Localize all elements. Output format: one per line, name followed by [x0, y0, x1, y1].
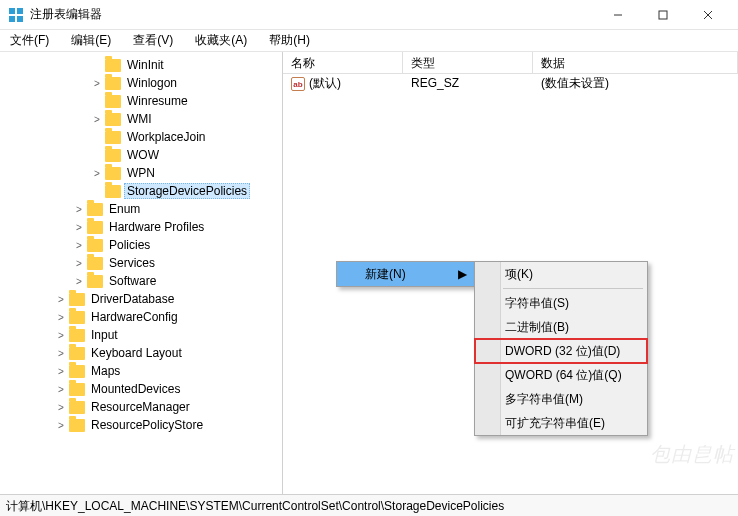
tree-node[interactable]: >Services	[0, 254, 282, 272]
expand-icon[interactable]: >	[74, 240, 84, 251]
folder-icon	[87, 257, 103, 270]
tree-node-label: Maps	[88, 363, 123, 379]
menu-file[interactable]: 文件(F)	[6, 30, 53, 51]
tree-node[interactable]: >MountedDevices	[0, 380, 282, 398]
tree-node[interactable]: >Maps	[0, 362, 282, 380]
submenu-separator	[503, 288, 643, 289]
tree-node[interactable]: >Keyboard Layout	[0, 344, 282, 362]
title-bar: 注册表编辑器	[0, 0, 738, 30]
tree-node[interactable]: >ResourcePolicyStore	[0, 416, 282, 434]
submenu-item-key[interactable]: 项(K)	[475, 262, 647, 286]
maximize-button[interactable]	[640, 1, 685, 29]
submenu-item-expandstring[interactable]: 可扩充字符串值(E)	[475, 411, 647, 435]
tree-node-label: WMI	[124, 111, 155, 127]
tree-node[interactable]: >HardwareConfig	[0, 308, 282, 326]
col-data[interactable]: 数据	[533, 52, 738, 73]
tree-node[interactable]: >Software	[0, 272, 282, 290]
window-title: 注册表编辑器	[30, 6, 595, 23]
expand-icon[interactable]: >	[92, 114, 102, 125]
expand-icon[interactable]: >	[74, 258, 84, 269]
list-row[interactable]: ab(默认)REG_SZ(数值未设置)	[283, 74, 738, 92]
folder-icon	[105, 113, 121, 126]
expand-icon[interactable]: >	[56, 294, 66, 305]
menu-favorites[interactable]: 收藏夹(A)	[191, 30, 251, 51]
expand-icon[interactable]: >	[56, 420, 66, 431]
tree-node[interactable]: >Enum	[0, 200, 282, 218]
menu-edit[interactable]: 编辑(E)	[67, 30, 115, 51]
folder-icon	[69, 419, 85, 432]
tree-node[interactable]: >Policies	[0, 236, 282, 254]
folder-icon	[69, 365, 85, 378]
close-button[interactable]	[685, 1, 730, 29]
tree-node-label: WorkplaceJoin	[124, 129, 208, 145]
tree-node-label: Input	[88, 327, 121, 343]
tree-node[interactable]: >WMI	[0, 110, 282, 128]
tree-node[interactable]: >ResourceManager	[0, 398, 282, 416]
folder-icon	[69, 329, 85, 342]
expand-icon[interactable]: >	[56, 384, 66, 395]
tree-node[interactable]: Winresume	[0, 92, 282, 110]
submenu-item-qword[interactable]: QWORD (64 位)值(Q)	[475, 363, 647, 387]
tree-node-label: ResourcePolicyStore	[88, 417, 206, 433]
expand-icon[interactable]: >	[92, 168, 102, 179]
folder-icon	[69, 401, 85, 414]
expand-icon[interactable]: >	[56, 366, 66, 377]
cell-data: (数值未设置)	[533, 74, 738, 93]
expand-icon[interactable]: >	[74, 204, 84, 215]
tree-node-label: Policies	[106, 237, 153, 253]
tree-node-label: Winresume	[124, 93, 191, 109]
status-bar: 计算机\HKEY_LOCAL_MACHINE\SYSTEM\CurrentCon…	[0, 494, 738, 516]
submenu-item-binary[interactable]: 二进制值(B)	[475, 315, 647, 339]
app-icon	[8, 7, 24, 23]
folder-icon	[105, 95, 121, 108]
tree-node[interactable]: >Hardware Profiles	[0, 218, 282, 236]
cell-type: REG_SZ	[403, 75, 533, 91]
menu-help[interactable]: 帮助(H)	[265, 30, 314, 51]
folder-icon	[87, 203, 103, 216]
tree-node-label: Hardware Profiles	[106, 219, 207, 235]
expand-icon[interactable]: >	[56, 402, 66, 413]
tree-node-label: Enum	[106, 201, 143, 217]
submenu-item-multistring[interactable]: 多字符串值(M)	[475, 387, 647, 411]
tree-node[interactable]: WOW	[0, 146, 282, 164]
svg-rect-2	[9, 16, 15, 22]
expand-icon[interactable]: >	[74, 222, 84, 233]
tree-node[interactable]: >WPN	[0, 164, 282, 182]
expand-icon[interactable]: >	[56, 330, 66, 341]
menu-bar: 文件(F) 编辑(E) 查看(V) 收藏夹(A) 帮助(H)	[0, 30, 738, 52]
expand-icon[interactable]: >	[74, 276, 84, 287]
tree-node-label: MountedDevices	[88, 381, 183, 397]
menu-view[interactable]: 查看(V)	[129, 30, 177, 51]
tree-pane[interactable]: WinInit>WinlogonWinresume>WMIWorkplaceJo…	[0, 52, 283, 494]
tree-node[interactable]: StorageDevicePolicies	[0, 182, 282, 200]
expand-icon[interactable]: >	[56, 348, 66, 359]
cell-name: ab(默认)	[283, 74, 403, 93]
folder-icon	[87, 275, 103, 288]
context-item-new[interactable]: 新建(N) ▶	[337, 262, 475, 286]
tree-node-label: StorageDevicePolicies	[124, 183, 250, 199]
expand-icon[interactable]: >	[92, 78, 102, 89]
folder-icon	[105, 77, 121, 90]
status-path: 计算机\HKEY_LOCAL_MACHINE\SYSTEM\CurrentCon…	[6, 499, 504, 513]
tree-node-label: Winlogon	[124, 75, 180, 91]
submenu-item-string[interactable]: 字符串值(S)	[475, 291, 647, 315]
list-body: ab(默认)REG_SZ(数值未设置)	[283, 74, 738, 92]
list-header: 名称 类型 数据	[283, 52, 738, 74]
col-name[interactable]: 名称	[283, 52, 403, 73]
tree-node[interactable]: WorkplaceJoin	[0, 128, 282, 146]
tree-node-label: Keyboard Layout	[88, 345, 185, 361]
tree-node-label: DriverDatabase	[88, 291, 177, 307]
submenu-item-dword[interactable]: DWORD (32 位)值(D)	[475, 339, 647, 363]
tree-node[interactable]: >Winlogon	[0, 74, 282, 92]
svg-rect-1	[17, 8, 23, 14]
tree-node[interactable]: >Input	[0, 326, 282, 344]
svg-rect-0	[9, 8, 15, 14]
tree-node[interactable]: >DriverDatabase	[0, 290, 282, 308]
col-type[interactable]: 类型	[403, 52, 533, 73]
minimize-button[interactable]	[595, 1, 640, 29]
tree-node[interactable]: WinInit	[0, 56, 282, 74]
folder-icon	[105, 149, 121, 162]
svg-rect-3	[17, 16, 23, 22]
folder-icon	[69, 311, 85, 324]
expand-icon[interactable]: >	[56, 312, 66, 323]
